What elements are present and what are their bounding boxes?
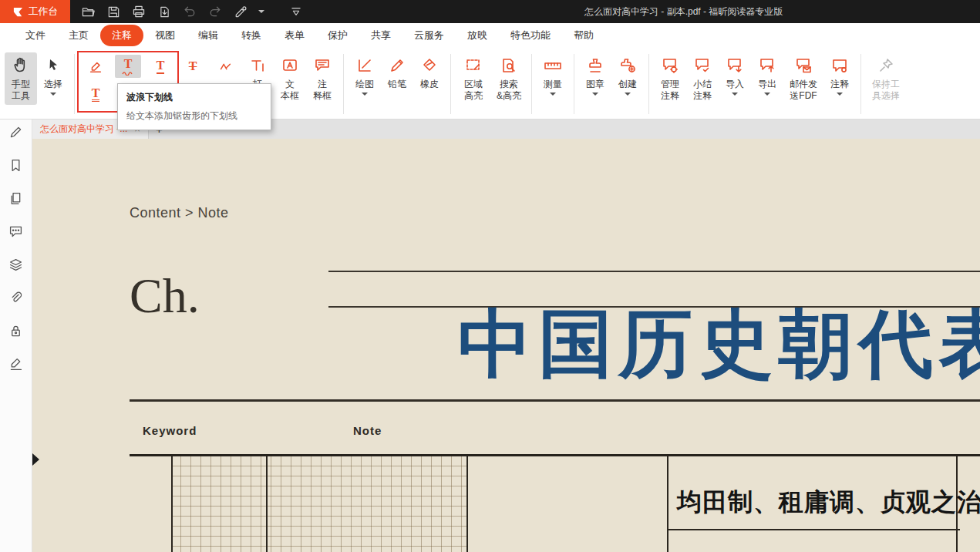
tab-share[interactable]: 共享 [359,25,402,46]
open-file-icon[interactable] [80,4,96,19]
keep-tool-selected-button[interactable]: 保持工 具选择 [866,52,906,102]
hand-tool-label-2: 工具 [12,90,30,102]
save-icon[interactable] [106,4,121,19]
create-dropdown-caret-icon[interactable] [625,93,631,96]
create-tool[interactable]: 创建 [611,52,644,96]
summarize-comments-tool[interactable]: 小结 注释 [686,52,719,102]
pages-panel-icon[interactable] [8,190,24,206]
select-tool-button[interactable]: 选择 [37,52,69,96]
share-review-icon[interactable] [233,4,248,19]
measure-label: 测量 [544,79,562,90]
search-highlight-tool[interactable]: 搜索 &高亮 [491,52,527,102]
redo-icon[interactable] [207,4,223,19]
page-rule [130,399,980,402]
hand-tool-button[interactable]: 手型 工具 [5,52,37,105]
page-rule [328,271,980,272]
handwritten-note: 均田制、租庸调、贞观之治、 [677,486,980,520]
textbox-label-1: 文 [285,79,295,90]
textbox-tool[interactable]: 文 本框 [274,52,306,102]
select-tool-label: 选择 [44,79,62,90]
comment-dropdown-caret-icon[interactable] [837,93,843,96]
tab-home[interactable]: 主页 [57,25,100,46]
tooltip-description: 给文本添加锯齿形的下划线 [126,109,262,123]
squiggly-underline-icon[interactable]: T [115,55,141,78]
email-fdf-label-2: 送FDF [790,90,817,102]
drawing-dropdown-caret-icon[interactable] [362,93,368,96]
stamp-icon [587,52,604,79]
pencil-tool[interactable]: 铅笔 [381,52,413,90]
export-page-icon[interactable] [157,4,172,19]
insert-text-icon[interactable] [212,55,238,78]
comment-tool[interactable]: 注释 [823,52,856,96]
panel-expand-handle-icon[interactable] [32,453,39,466]
security-panel-icon[interactable] [8,323,24,338]
replace-text-icon[interactable]: T [83,82,109,106]
ribbon-separator [74,54,75,114]
title-bar: 工作台 怎么面对高中学习 - 副本.pdf - 福昕阅读器专业版 [0,0,980,23]
tab-convert[interactable]: 转换 [230,25,273,46]
area-highlight-icon [465,52,482,79]
eraser-label: 橡皮 [420,79,439,90]
tab-protect[interactable]: 保护 [316,25,359,46]
signature-panel-icon[interactable] [8,356,24,372]
tab-view[interactable]: 视图 [143,25,187,46]
attachments-panel-icon[interactable] [8,290,24,305]
tab-present[interactable]: 放映 [456,25,499,46]
print-icon[interactable] [131,4,146,19]
ribbon-separator [648,54,649,114]
import-dropdown-caret-icon[interactable] [732,93,738,96]
underline-icon[interactable]: T [147,55,173,78]
create-stamp-icon [619,52,636,79]
workspace-button[interactable]: 工作台 [0,0,70,23]
ribbon-separator [450,54,451,114]
ribbon-separator [343,54,344,114]
ribbon-separator [531,54,532,114]
search-highlight-label-2: &高亮 [497,90,521,102]
tab-comment[interactable]: 注释 [100,25,143,46]
customize-toolbar-icon[interactable] [288,4,304,19]
hand-tool-label-1: 手型 [12,79,30,90]
drawing-tool[interactable]: 绘图 [349,52,381,96]
export-dropdown-caret-icon[interactable] [764,93,770,96]
measure-tool[interactable]: 测量 [537,52,569,96]
pencil-label: 铅笔 [388,79,406,90]
import-comments-tool[interactable]: 导入 [719,52,751,96]
textbox-icon [281,52,298,79]
search-highlight-icon [500,52,517,79]
comments-panel-icon[interactable] [8,224,24,239]
strikeout-icon[interactable]: T [180,55,206,78]
tab-cloud[interactable]: 云服务 [402,25,456,46]
foxit-logo-icon [12,6,24,18]
email-fdf-tool[interactable]: 邮件发 送FDF [783,52,823,102]
tab-help[interactable]: 帮助 [562,25,605,46]
measure-dropdown-caret-icon[interactable] [550,93,556,96]
bookmarks-panel-icon[interactable] [8,157,24,173]
share-review-caret-icon[interactable] [258,10,264,13]
manage-comments-icon [662,52,679,79]
summarize-comments-label-2: 注释 [693,90,712,102]
pin-icon [877,52,894,79]
tab-file[interactable]: 文件 [14,25,57,46]
tab-edit[interactable]: 编辑 [187,25,230,46]
eraser-icon [421,52,438,79]
select-dropdown-caret-icon[interactable] [50,93,56,96]
pdf-page[interactable]: Content > Note Ch. 中国历史朝代表 Keyword Note … [32,139,980,552]
stamp-dropdown-caret-icon[interactable] [592,93,598,96]
create-label: 创建 [618,79,637,90]
export-comments-tool[interactable]: 导出 [751,52,783,96]
manage-comments-tool[interactable]: 管理 注释 [654,52,686,102]
search-highlight-label-1: 搜索 [500,79,518,90]
quick-annotation-icon[interactable] [8,124,24,140]
layers-panel-icon[interactable] [8,257,24,272]
area-highlight-tool[interactable]: 区域 高亮 [456,52,491,102]
eraser-tool[interactable]: 橡皮 [413,52,446,90]
undo-icon[interactable] [182,4,197,19]
stamp-tool[interactable]: 图章 [579,52,611,96]
tab-form[interactable]: 表单 [273,25,316,46]
tab-features[interactable]: 特色功能 [499,25,562,46]
highlighter-icon[interactable] [83,55,109,78]
measure-ruler-icon [544,52,562,79]
textbox-label-2: 本框 [281,90,299,102]
callout-tool[interactable]: 注 释框 [306,52,338,102]
window-title: 怎么面对高中学习 - 副本.pdf - 福昕阅读器专业版 [584,0,783,23]
